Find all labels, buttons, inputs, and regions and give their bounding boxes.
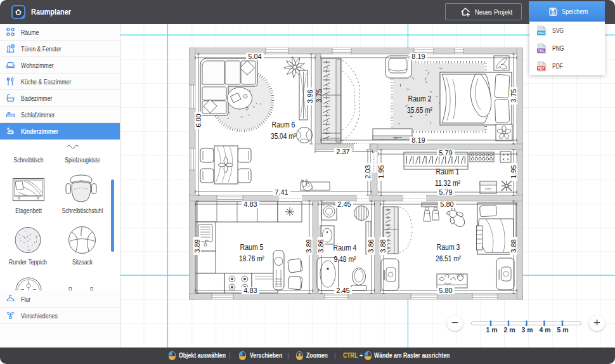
svg-text:3.89: 3.89 [193, 239, 201, 252]
svg-text:3.75: 3.75 [315, 89, 323, 102]
svg-text:2.45: 2.45 [336, 287, 349, 294]
svg-text:3.86: 3.86 [367, 239, 375, 252]
svg-text:6.00: 6.00 [195, 114, 202, 127]
svg-text:5.79: 5.79 [439, 149, 452, 157]
svg-text:4 m: 4 m [539, 326, 550, 333]
svg-text:1.95: 1.95 [377, 165, 385, 178]
svg-text:3.88: 3.88 [379, 239, 387, 252]
svg-text:26.51 m²: 26.51 m² [436, 254, 461, 263]
svg-text:3.96: 3.96 [306, 89, 314, 103]
svg-text:7.41: 7.41 [275, 188, 288, 196]
svg-text:Kaffee: Kaffee [485, 188, 491, 190]
svg-text:Raum 2: Raum 2 [408, 94, 432, 103]
svg-text:1 m: 1 m [486, 326, 497, 333]
svg-text:1.95: 1.95 [510, 165, 517, 178]
svg-text:2.03: 2.03 [364, 165, 372, 178]
svg-text:4.83: 4.83 [243, 287, 257, 294]
svg-text:Raum 6: Raum 6 [272, 120, 295, 129]
svg-text:3.89: 3.89 [305, 239, 313, 252]
svg-text:5.80: 5.80 [439, 287, 452, 294]
svg-text:35.04 m²: 35.04 m² [271, 132, 296, 141]
svg-text:8.19: 8.19 [411, 53, 425, 60]
svg-text:11.32 m²: 11.32 m² [435, 179, 460, 188]
svg-text:3 m: 3 m [521, 326, 533, 333]
svg-text:3.86: 3.86 [317, 239, 325, 252]
svg-text:9.48 m²: 9.48 m² [334, 255, 356, 264]
svg-text:2 m: 2 m [503, 326, 515, 333]
svg-text:18.76 m²: 18.76 m² [239, 254, 264, 263]
svg-text:4.83: 4.83 [243, 200, 257, 208]
svg-text:5.04: 5.04 [248, 53, 261, 60]
svg-text:5.80: 5.80 [440, 200, 453, 208]
svg-text:Raum 3: Raum 3 [437, 243, 460, 252]
svg-text:2.45: 2.45 [337, 200, 351, 208]
svg-text:3.75: 3.75 [510, 89, 517, 102]
svg-text:Raum 1: Raum 1 [436, 167, 460, 176]
svg-text:SVG: SVG [538, 30, 545, 34]
svg-text:8.19: 8.19 [411, 136, 425, 144]
svg-text:35.65 m²: 35.65 m² [407, 106, 432, 115]
svg-text:5 m: 5 m [557, 326, 568, 333]
svg-text:2.37: 2.37 [336, 148, 349, 155]
svg-text:Raum 4: Raum 4 [333, 244, 357, 252]
svg-text:PDF: PDF [538, 66, 545, 70]
svg-text:PNG: PNG [538, 48, 545, 52]
svg-text:Raum 5: Raum 5 [240, 243, 264, 252]
svg-text:5.79: 5.79 [439, 188, 452, 196]
svg-text:3.88: 3.88 [510, 239, 517, 252]
